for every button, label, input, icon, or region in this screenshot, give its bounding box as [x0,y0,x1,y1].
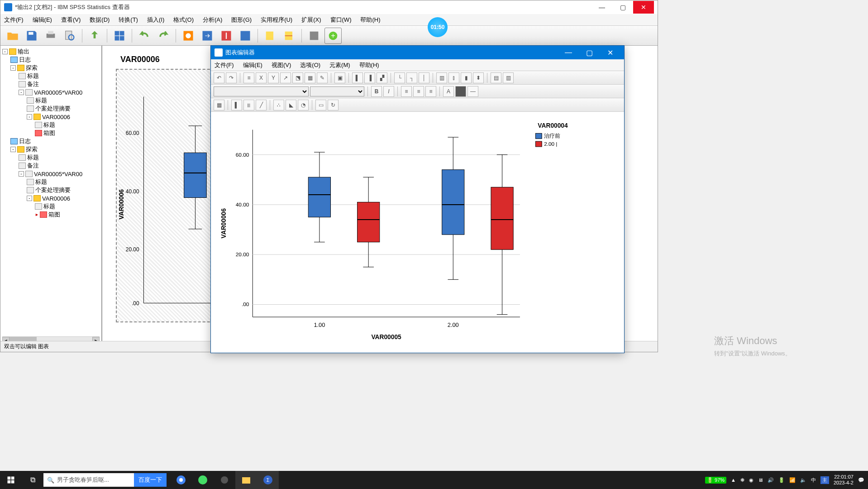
ce-minimize-button[interactable]: — [558,46,579,59]
select-icon[interactable]: + [324,28,342,44]
tray-icon[interactable]: 🔊 [768,477,774,483]
x-icon[interactable]: X [256,72,267,83]
sogou-icon[interactable] [192,471,214,489]
preview-icon[interactable] [61,28,78,44]
menu-item[interactable]: 图形(G) [231,16,252,24]
histogram-icon[interactable]: ⫼ [243,100,254,110]
tray-icon[interactable]: 🖥 [758,477,763,483]
line-style-icon[interactable]: — [467,86,478,97]
tree-item[interactable]: 个案处理摘要 [2,105,100,113]
menu-item[interactable]: 选项(O) [300,61,320,69]
refresh-icon[interactable]: ↻ [328,100,339,110]
clock[interactable]: 22:01:07 2023-4-2 [834,474,854,486]
trend-icon[interactable]: ↗ [280,72,291,83]
bar2-icon[interactable]: ▐ [364,72,375,83]
boxplot-chart[interactable]: .0020.0040.0060.00VAR000061.002.00VAR000… [211,112,624,353]
scatter-icon[interactable]: ∴ [273,100,284,110]
ce-maximize-button[interactable]: ▢ [579,46,600,59]
tree-item[interactable]: 日志 [2,56,100,64]
tray-icon[interactable]: ❋ [740,477,744,483]
line-chart-icon[interactable]: ╱ [256,100,267,110]
open-icon[interactable] [4,28,21,44]
axis3-icon[interactable]: │ [419,72,429,83]
tray-icon[interactable]: 主 [820,476,829,484]
histo-icon[interactable]: ▥ [436,72,447,83]
more2-icon[interactable]: ▥ [503,72,514,83]
bar-chart-icon[interactable]: ▌ [231,100,242,110]
redo-icon[interactable]: ↷ [226,72,237,83]
font-size-select[interactable] [310,86,364,96]
volume-icon[interactable]: 🔈 [800,477,806,483]
tree-item[interactable]: 个案处理摘要 [2,186,100,194]
grid-icon[interactable]: ▦ [305,72,315,83]
minimize-button[interactable]: — [591,1,612,14]
font-color-icon[interactable]: A [443,86,454,97]
menu-item[interactable]: 帮助(H) [360,16,380,24]
area-icon[interactable]: ◣ [286,100,296,110]
taskbar-search[interactable]: 🔍 男子贪吃春笋后呕... [43,473,134,487]
select-icon[interactable]: ▣ [334,72,345,83]
transpose-icon[interactable]: ⬔ [292,72,303,83]
app1-icon[interactable] [214,471,235,489]
chrome-icon[interactable] [170,471,192,489]
bar3-icon[interactable]: ▞ [377,72,387,83]
menu-item[interactable]: 查看(V) [61,16,81,24]
tree-item[interactable]: 标题 [2,153,100,162]
notifications-icon[interactable]: 💬 [858,477,864,483]
menu-item[interactable]: 扩展(X) [301,16,321,24]
tree-item[interactable]: 日志 [2,137,100,145]
tree-item[interactable]: 箱图 [2,211,100,219]
redo-icon[interactable] [155,28,172,44]
tree-item[interactable]: 标题 [2,202,100,211]
tree-item[interactable]: 标题 [2,72,100,80]
variables-icon[interactable] [218,28,235,44]
battery-icon[interactable]: 🔋 97% [705,477,726,484]
align-left-icon[interactable]: ≡ [401,86,412,97]
wifi-icon[interactable]: 📶 [789,477,796,483]
grid-icon[interactable] [111,28,128,44]
split-icon[interactable] [281,28,298,44]
tree-item[interactable]: 标题 [2,96,100,105]
axis1-icon[interactable]: └ [394,72,405,83]
tree-hscroll[interactable]: ◄► [2,336,100,341]
menu-item[interactable]: 文件(F) [215,61,234,69]
ime-indicator[interactable]: 中 [811,477,816,484]
tree-root[interactable]: 输出 [18,48,29,56]
y-icon[interactable]: Y [268,72,279,83]
bars-icon[interactable]: ⫿ [448,72,459,83]
save-icon[interactable] [23,28,40,44]
start-button[interactable] [0,471,22,489]
tree-item[interactable]: -VAR00005*VAR00 [2,170,100,178]
spss-icon[interactable]: Σ [257,471,279,489]
tree-item[interactable]: 备注 [2,80,100,88]
menu-item[interactable]: 格式(O) [173,16,194,24]
tree-item[interactable]: 标题 [2,178,100,186]
stack-icon[interactable]: ⬍ [473,72,484,83]
bold-button[interactable]: B [371,86,382,97]
undo-icon[interactable] [136,28,153,44]
undo-icon[interactable]: ↶ [214,72,224,83]
menu-item[interactable]: 实用程序(U) [261,16,292,24]
target-icon[interactable] [180,28,197,44]
search-button[interactable]: 百度一下 [134,473,167,487]
ce-close-button[interactable]: ✕ [600,46,620,59]
tree-item[interactable]: -VAR00006 [2,194,100,202]
xy-icon[interactable]: ≡ [243,72,254,83]
export-icon[interactable] [86,28,103,44]
tree-item[interactable]: 备注 [2,162,100,170]
axis2-icon[interactable]: ┐ [406,72,417,83]
more1-icon[interactable]: ▤ [491,72,501,83]
boxplot-icon[interactable]: ▭ [315,100,326,110]
fill-color-icon[interactable] [455,86,466,97]
chart-type-icon[interactable]: ▦ [214,100,224,110]
system-tray[interactable]: 🔋 97% ▲ ❋ ◉ 🖥 🔊 🔋 📶 🔈 中 主 22:01:07 2023-… [705,474,868,486]
annotation-icon[interactable]: ✎ [317,72,328,83]
menu-item[interactable]: 窗口(W) [330,16,352,24]
menu-item[interactable]: 插入(I) [147,16,164,24]
menu-item[interactable]: 数据(D) [90,16,110,24]
insert-icon[interactable] [262,28,279,44]
italic-button[interactable]: I [383,86,394,97]
tray-icon[interactable]: ▲ [731,477,736,483]
find-icon[interactable] [237,28,254,44]
tree-item[interactable]: -探索 [2,64,100,72]
